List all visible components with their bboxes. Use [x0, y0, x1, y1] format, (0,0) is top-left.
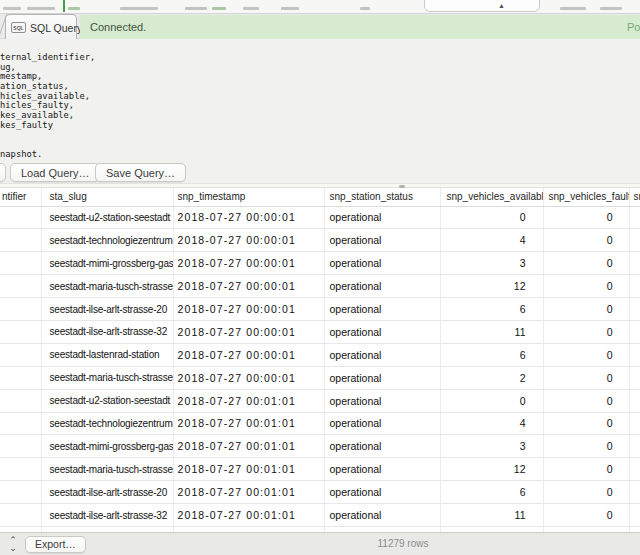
- cell-snp_vehicles_faulty[interactable]: 0: [543, 366, 629, 389]
- cell-ntifier[interactable]: [0, 343, 41, 366]
- cell-sta_slug[interactable]: seestadt-maria-tusch-strasse-18: [41, 275, 173, 298]
- cell-snp_b[interactable]: [629, 389, 640, 412]
- cell-snp_station_status[interactable]: operational: [324, 252, 440, 275]
- cell-snp_timestamp[interactable]: 2018-07-27 00:00:01: [173, 298, 324, 321]
- cell-snp_vehicles_available[interactable]: 12: [440, 275, 543, 298]
- cell-ntifier[interactable]: [0, 481, 41, 504]
- cell-snp_vehicles_available[interactable]: 4: [440, 229, 543, 252]
- cell-snp_station_status[interactable]: operational: [324, 366, 440, 389]
- column-header-snp_vehicles_available[interactable]: snp_vehicles_available: [440, 188, 543, 206]
- cell-snp_station_status[interactable]: operational: [324, 229, 440, 252]
- cell-snp_vehicles_faulty[interactable]: 0: [543, 252, 629, 275]
- cell-ntifier[interactable]: [0, 412, 41, 435]
- cell-sta_slug[interactable]: seestadt-mimi-grossberg-gasse-11: [41, 252, 173, 275]
- cell-snp_station_status[interactable]: operational: [324, 412, 440, 435]
- cell-sta_slug[interactable]: seestadt-ilse-arlt-strasse-20: [41, 298, 173, 321]
- cell-sta_slug[interactable]: seestadt-mimi-grossberg-gasse-11: [41, 435, 173, 458]
- clipped-button[interactable]: [0, 163, 6, 182]
- cell-ntifier[interactable]: [0, 458, 41, 481]
- cell-ntifier[interactable]: [0, 206, 41, 229]
- cell-snp_vehicles_faulty[interactable]: 0: [543, 343, 629, 366]
- cell-snp_vehicles_available[interactable]: 3: [440, 435, 543, 458]
- cell-snp_b[interactable]: [629, 275, 640, 298]
- cell-snp_vehicles_faulty[interactable]: 0: [543, 206, 629, 229]
- cell-snp_station_status[interactable]: operational: [324, 435, 440, 458]
- cell-snp_b[interactable]: [629, 252, 640, 275]
- cell-ntifier[interactable]: [0, 229, 41, 252]
- cell-snp_timestamp[interactable]: 2018-07-27 00:01:01: [173, 481, 324, 504]
- cell-sta_slug[interactable]: seestadt-maria-tusch-strasse-2: [41, 366, 173, 389]
- cell-snp_station_status[interactable]: operational: [324, 275, 440, 298]
- sql-editor[interactable]: ternal_identifier,ug,mestamp,ation_statu…: [0, 39, 640, 183]
- cell-snp_vehicles_available[interactable]: 0: [440, 389, 543, 412]
- table-row[interactable]: seestadt-u2-station-seestadt2018-07-27 0…: [0, 206, 640, 229]
- table-row[interactable]: seestadt-ilse-arlt-strasse-202018-07-27 …: [0, 298, 640, 321]
- table-row[interactable]: seestadt-u2-station-seestadt2018-07-27 0…: [0, 389, 640, 412]
- export-button[interactable]: Export…: [25, 536, 86, 553]
- table-row[interactable]: seestadt-ilse-arlt-strasse-202018-07-27 …: [0, 481, 640, 504]
- cell-snp_vehicles_available[interactable]: 3: [440, 252, 543, 275]
- cell-sta_slug[interactable]: seestadt-maria-tusch-strasse-18: [41, 458, 173, 481]
- column-header-snp_station_status[interactable]: snp_station_status: [324, 188, 440, 206]
- cell-snp_vehicles_faulty[interactable]: 0: [543, 504, 629, 527]
- table-row[interactable]: seestadt-maria-tusch-strasse-182018-07-2…: [0, 275, 640, 298]
- cell-snp_vehicles_faulty[interactable]: 0: [543, 298, 629, 321]
- pagination-stepper[interactable]: ⌃⌄: [7, 536, 19, 552]
- cell-snp_b[interactable]: [629, 481, 640, 504]
- cell-snp_station_status[interactable]: operational: [324, 343, 440, 366]
- cell-snp_timestamp[interactable]: 2018-07-27 00:01:01: [173, 412, 324, 435]
- table-row[interactable]: seestadt-technologiezentrum-aspern-iq201…: [0, 412, 640, 435]
- table-row[interactable]: seestadt-maria-tusch-strasse-22018-07-27…: [0, 366, 640, 389]
- cell-ntifier[interactable]: [0, 320, 41, 343]
- cell-snp_b[interactable]: [629, 435, 640, 458]
- load-query-button[interactable]: Load Query…: [10, 163, 100, 182]
- cell-snp_timestamp[interactable]: 2018-07-27 00:00:01: [173, 320, 324, 343]
- cell-ntifier[interactable]: [0, 435, 41, 458]
- cell-sta_slug[interactable]: seestadt-u2-station-seestadt: [41, 206, 173, 229]
- column-header-snp_b[interactable]: snp_b: [629, 188, 640, 206]
- cell-snp_timestamp[interactable]: 2018-07-27 00:01:01: [173, 458, 324, 481]
- cell-snp_vehicles_available[interactable]: 11: [440, 320, 543, 343]
- cell-snp_station_status[interactable]: operational: [324, 206, 440, 229]
- cell-snp_vehicles_faulty[interactable]: 0: [543, 320, 629, 343]
- cell-sta_slug[interactable]: seestadt-technologiezentrum-aspern-iq: [41, 229, 173, 252]
- cell-snp_vehicles_available[interactable]: 12: [440, 458, 543, 481]
- cell-ntifier[interactable]: [0, 298, 41, 321]
- cell-snp_vehicles_available[interactable]: 2: [440, 366, 543, 389]
- cell-snp_vehicles_faulty[interactable]: 0: [543, 389, 629, 412]
- cell-snp_station_status[interactable]: operational: [324, 320, 440, 343]
- cell-sta_slug[interactable]: seestadt-lastenrad-station: [41, 343, 173, 366]
- table-row[interactable]: seestadt-ilse-arlt-strasse-322018-07-27 …: [0, 504, 640, 527]
- cell-ntifier[interactable]: [0, 275, 41, 298]
- cell-snp_vehicles_available[interactable]: 6: [440, 343, 543, 366]
- column-header-ntifier[interactable]: ntifier: [0, 188, 41, 206]
- cell-ntifier[interactable]: [0, 366, 41, 389]
- cell-snp_vehicles_available[interactable]: 6: [440, 298, 543, 321]
- cell-sta_slug[interactable]: seestadt-u2-station-seestadt: [41, 389, 173, 412]
- table-row[interactable]: seestadt-maria-tusch-strasse-182018-07-2…: [0, 458, 640, 481]
- cell-snp_vehicles_faulty[interactable]: 0: [543, 275, 629, 298]
- cell-snp_b[interactable]: [629, 298, 640, 321]
- cell-sta_slug[interactable]: seestadt-ilse-arlt-strasse-32: [41, 504, 173, 527]
- cell-ntifier[interactable]: [0, 504, 41, 527]
- cell-snp_vehicles_available[interactable]: 11: [440, 504, 543, 527]
- cell-snp_vehicles_available[interactable]: 0: [440, 206, 543, 229]
- cell-snp_b[interactable]: [629, 343, 640, 366]
- column-header-sta_slug[interactable]: sta_slug: [41, 188, 173, 206]
- tab-sql-query[interactable]: SQL SQL Query: [5, 14, 77, 40]
- cell-snp_timestamp[interactable]: 2018-07-27 00:00:01: [173, 366, 324, 389]
- table-row[interactable]: seestadt-lastenrad-station2018-07-27 00:…: [0, 343, 640, 366]
- cell-snp_vehicles_available[interactable]: 6: [440, 481, 543, 504]
- cell-snp_b[interactable]: [629, 206, 640, 229]
- cell-snp_timestamp[interactable]: 2018-07-27 00:01:01: [173, 504, 324, 527]
- table-row[interactable]: seestadt-mimi-grossberg-gasse-112018-07-…: [0, 252, 640, 275]
- table-row[interactable]: seestadt-mimi-grossberg-gasse-112018-07-…: [0, 435, 640, 458]
- cell-sta_slug[interactable]: seestadt-technologiezentrum-aspern-iq: [41, 412, 173, 435]
- cell-snp_b[interactable]: [629, 366, 640, 389]
- table-row[interactable]: seestadt-technologiezentrum-aspern-iq201…: [0, 229, 640, 252]
- cell-snp_vehicles_faulty[interactable]: 0: [543, 458, 629, 481]
- cell-snp_timestamp[interactable]: 2018-07-27 00:01:01: [173, 435, 324, 458]
- column-header-snp_timestamp[interactable]: snp_timestamp: [173, 188, 324, 206]
- cell-snp_station_status[interactable]: operational: [324, 389, 440, 412]
- cell-snp_timestamp[interactable]: 2018-07-27 00:00:01: [173, 229, 324, 252]
